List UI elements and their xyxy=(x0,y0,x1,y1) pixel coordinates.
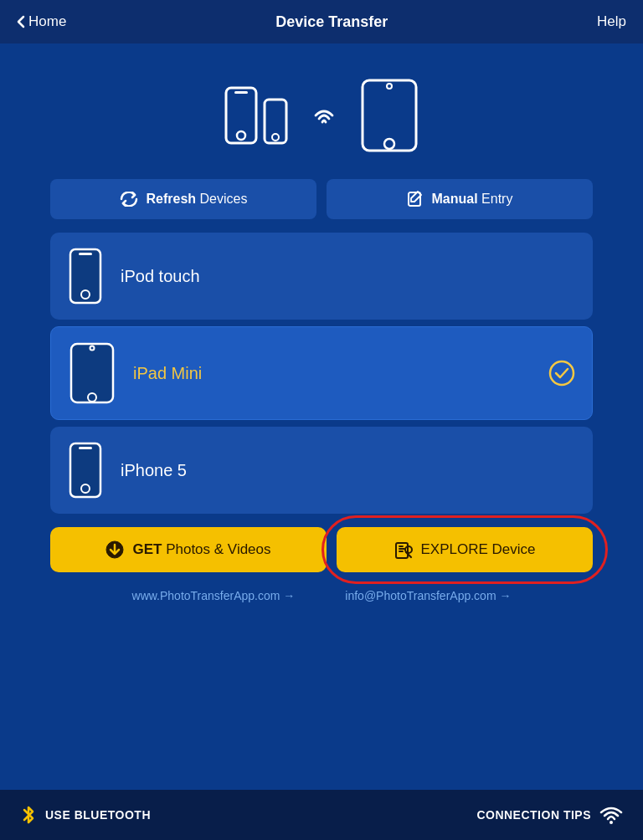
svg-rect-16 xyxy=(70,443,100,497)
device-item-ipod-touch[interactable]: iPod touch xyxy=(50,233,593,320)
svg-point-6 xyxy=(387,84,392,89)
home-label: Home xyxy=(28,13,66,30)
refresh-icon xyxy=(120,192,138,207)
svg-rect-10 xyxy=(79,253,92,255)
explore-icon xyxy=(394,540,413,559)
svg-rect-0 xyxy=(226,88,256,143)
ipad-mini-icon xyxy=(68,341,116,406)
website-link[interactable]: www.PhotoTransferApp.com → xyxy=(132,589,296,602)
signal-waves-icon xyxy=(302,100,346,131)
wifi-icon xyxy=(599,806,623,824)
svg-rect-17 xyxy=(79,447,92,449)
svg-point-2 xyxy=(237,131,245,140)
connection-tips-label: CONNECTION TIPS xyxy=(476,808,591,822)
wifi-signal-icon xyxy=(309,100,339,131)
hero-illustration xyxy=(50,60,593,179)
svg-rect-5 xyxy=(363,80,416,151)
download-icon xyxy=(105,540,124,559)
svg-rect-1 xyxy=(234,91,248,94)
refresh-label: Refresh Devices xyxy=(147,192,248,207)
hero-iphone-icon xyxy=(224,85,259,146)
bluetooth-icon xyxy=(20,803,37,827)
ipod-touch-name: iPod touch xyxy=(121,267,576,286)
page-title: Device Transfer xyxy=(275,13,388,31)
bluetooth-section[interactable]: USE BLUETOOTH xyxy=(20,803,151,827)
manual-entry-label: Manual Entry xyxy=(432,192,513,207)
svg-point-15 xyxy=(550,361,574,385)
device-item-iphone5[interactable]: iPhone 5 xyxy=(50,427,593,514)
help-button[interactable]: Help xyxy=(597,13,626,30)
email-link[interactable]: info@PhotoTransferApp.com → xyxy=(345,589,511,602)
edit-icon xyxy=(407,191,424,207)
hero-ipod-icon xyxy=(262,97,289,146)
back-chevron-icon xyxy=(17,15,25,28)
hero-ipad-icon xyxy=(359,77,419,154)
explore-device-button[interactable]: EXPLORE Device xyxy=(337,527,593,572)
device-item-ipad-mini[interactable]: iPad Mini xyxy=(50,326,593,420)
ipod-touch-icon xyxy=(67,246,104,306)
connection-tips-section[interactable]: CONNECTION TIPS xyxy=(476,806,623,824)
source-devices xyxy=(224,85,289,146)
bluetooth-label: USE BLUETOOTH xyxy=(45,808,151,822)
manual-entry-button[interactable]: Manual Entry xyxy=(327,179,593,219)
get-photos-button[interactable]: GET Photos & Videos xyxy=(50,527,327,572)
main-content: Refresh Devices Manual Entry iPod touch xyxy=(0,44,643,602)
iphone5-icon xyxy=(67,440,104,500)
svg-rect-3 xyxy=(265,100,286,143)
refresh-devices-button[interactable]: Refresh Devices xyxy=(50,179,316,219)
explore-device-label: EXPLORE Device xyxy=(421,541,536,558)
svg-point-4 xyxy=(272,134,279,141)
svg-point-22 xyxy=(610,821,613,824)
get-photos-label: GET Photos & Videos xyxy=(132,541,270,558)
home-button[interactable]: Home xyxy=(17,13,66,30)
device-list: iPod touch iPad Mini iPhone 5 xyxy=(50,233,593,514)
svg-rect-9 xyxy=(70,249,100,303)
iphone5-name: iPhone 5 xyxy=(121,461,576,480)
device-group xyxy=(224,77,419,154)
header: Home Device Transfer Help xyxy=(0,0,643,44)
svg-point-7 xyxy=(384,139,394,149)
bottom-bar: USE BLUETOOTH CONNECTION TIPS xyxy=(0,790,643,840)
explore-wrapper: EXPLORE Device xyxy=(337,527,593,572)
action-buttons-row: Refresh Devices Manual Entry xyxy=(50,179,593,219)
ipad-mini-name: iPad Mini xyxy=(133,364,532,383)
selected-check-icon xyxy=(548,360,575,387)
footer-links: www.PhotoTransferApp.com → info@PhotoTra… xyxy=(50,589,593,602)
bottom-actions: GET Photos & Videos EXPLORE Device xyxy=(50,527,593,572)
